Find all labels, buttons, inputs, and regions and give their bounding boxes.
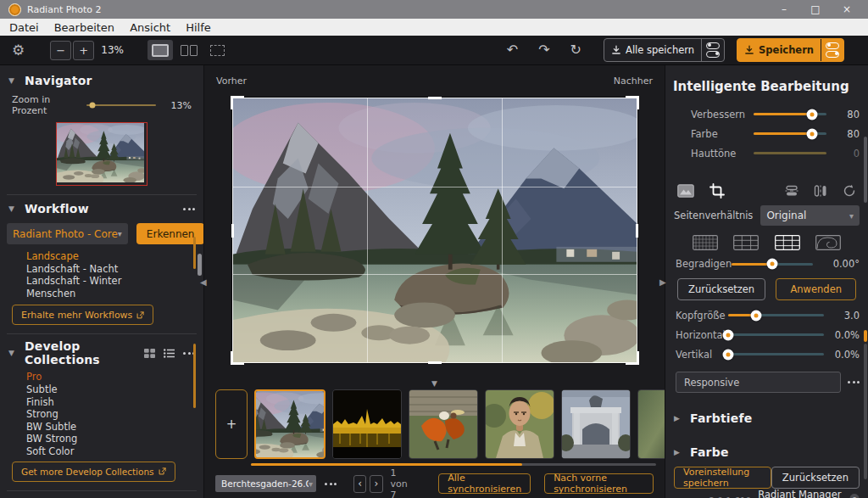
settings-gear-icon[interactable]: ⚙: [12, 43, 25, 58]
horizontal-slider[interactable]: [728, 333, 824, 336]
save-all-toggle-badge[interactable]: [701, 39, 724, 61]
workflow-item-landschaft-winter[interactable]: Landschaft - Winter: [26, 275, 203, 288]
responsive-more-options-button[interactable]: [848, 381, 860, 383]
crop-handle-bottom-left[interactable]: [231, 351, 244, 365]
develop-collections-header[interactable]: ▼ Develop Collections: [8, 339, 195, 367]
horizontal-slider-handle[interactable]: [723, 329, 734, 340]
collapse-triangle-icon[interactable]: ▼: [8, 76, 17, 85]
verbessern-slider[interactable]: [754, 113, 826, 115]
filmstrip-thumb-arch[interactable]: [561, 389, 631, 459]
filmstrip-thumb-partial[interactable]: [637, 389, 665, 459]
crop-handle-left[interactable]: [231, 224, 234, 238]
farbe-slider-handle[interactable]: [806, 128, 817, 139]
crop-handle-top-left[interactable]: [231, 96, 244, 109]
collapse-right-panel-arrow[interactable]: ▶: [659, 277, 666, 287]
develop-item-subtle[interactable]: Subtle: [26, 383, 203, 396]
expand-triangle-icon[interactable]: ▶: [674, 448, 682, 456]
crop-handle-right[interactable]: [636, 224, 638, 238]
expand-triangle-icon[interactable]: ▶: [674, 414, 682, 422]
save-button[interactable]: Speichern: [737, 38, 844, 62]
navigator-thumbnail[interactable]: [56, 122, 147, 186]
rotate-button[interactable]: [843, 184, 856, 198]
view-split-button[interactable]: [176, 40, 202, 60]
grid-fine-button[interactable]: [693, 235, 718, 250]
reset-button[interactable]: ↻: [570, 43, 581, 57]
add-photo-button[interactable]: +: [215, 389, 248, 459]
next-photo-button[interactable]: ›: [370, 475, 382, 493]
farbe-header[interactable]: ▶ Farbe: [674, 445, 860, 459]
responsive-dropdown[interactable]: Responsive: [676, 372, 841, 393]
file-more-options-button[interactable]: [325, 483, 337, 485]
filename-dropdown[interactable]: Berchtesgaden-26.CR2 ▾: [215, 475, 316, 492]
develop-item-bw-subtle[interactable]: BW Subtle: [26, 421, 203, 434]
filmstrip-thumb-portrait[interactable]: [485, 389, 554, 459]
aspect-ratio-dropdown[interactable]: Original ▾: [760, 205, 860, 226]
collapse-triangle-icon[interactable]: ▼: [8, 349, 17, 357]
collapse-sidebar-arrow[interactable]: ◀: [200, 277, 207, 287]
crop-handle-top[interactable]: [428, 97, 442, 99]
right-panel-scrollbar-thumb[interactable]: [864, 344, 867, 479]
sync-all-button[interactable]: Alle synchronisieren: [438, 473, 531, 494]
help-button[interactable]: ?: [849, 494, 860, 498]
view-crop-button[interactable]: [205, 40, 231, 60]
maximize-button[interactable]: □: [803, 3, 828, 15]
navigator-zoom-slider[interactable]: [86, 104, 156, 107]
get-more-develop-collections-button[interactable]: Get more Develop Collections: [12, 462, 175, 482]
crop-grid-overlay[interactable]: [232, 98, 637, 363]
menu-hilfe[interactable]: Hilfe: [178, 21, 219, 34]
minimize-button[interactable]: –: [771, 3, 797, 15]
save-all-button[interactable]: Alle speichern: [604, 38, 725, 62]
straighten-slider[interactable]: [732, 263, 813, 266]
zoom-in-button[interactable]: +: [73, 41, 94, 60]
redo-button[interactable]: ↷: [538, 43, 549, 57]
crop-handle-bottom[interactable]: [428, 361, 442, 364]
collapse-triangle-icon[interactable]: ▼: [8, 204, 17, 213]
tab-develop-photo[interactable]: [677, 184, 694, 198]
get-more-workflows-button[interactable]: Erhalte mehr Workflows: [12, 305, 153, 325]
workflow-header[interactable]: ▼ Workflow: [8, 202, 195, 215]
filmstrip-scrollbar-track[interactable]: [251, 463, 656, 466]
workflow-more-options-button[interactable]: [183, 208, 195, 210]
develop-item-strong[interactable]: Strong: [26, 408, 203, 421]
grid-thirds-button[interactable]: [733, 235, 759, 250]
develop-list-scrollbar[interactable]: [193, 344, 196, 408]
navigator-zoom-handle[interactable]: [89, 103, 95, 109]
crop-apply-button[interactable]: Anwenden: [776, 278, 856, 300]
workflow-item-landschaft-nacht[interactable]: Landschaft - Nacht: [26, 263, 203, 276]
sync-forward-button[interactable]: Nach vorne synchronisieren: [544, 473, 654, 494]
crop-handle-bottom-right[interactable]: [626, 351, 639, 365]
hauttoene-slider[interactable]: [754, 152, 826, 154]
view-single-button[interactable]: [147, 40, 173, 60]
crop-handle-top-right[interactable]: [626, 96, 639, 109]
vertikal-slider[interactable]: [728, 353, 824, 355]
develop-item-finish[interactable]: Finish: [26, 396, 203, 409]
filmstrip-thumb-parliament[interactable]: [332, 389, 402, 459]
grid-thirds-bold-button[interactable]: [775, 235, 800, 250]
crop-reset-button[interactable]: Zurücksetzen: [677, 278, 765, 300]
grid-view-icon[interactable]: [144, 349, 155, 358]
tab-crop[interactable]: [709, 183, 725, 199]
save-preset-button[interactable]: Voreinstellung speichern: [674, 467, 771, 489]
flip-horizontal-button[interactable]: [814, 185, 827, 197]
develop-item-bw-strong[interactable]: BW Strong: [26, 433, 203, 445]
save-toggle-badge[interactable]: [821, 39, 843, 61]
vertikal-slider-handle[interactable]: [723, 349, 734, 360]
kopfgroesse-slider-handle[interactable]: [750, 310, 761, 321]
filmstrip-thumb-landscape[interactable]: [254, 389, 326, 459]
verbessern-slider-handle[interactable]: [806, 109, 817, 120]
menu-datei[interactable]: Datei: [2, 21, 47, 34]
sidebar-scrollbar[interactable]: [198, 254, 202, 276]
farbtiefe-header[interactable]: ▶ Farbtiefe: [674, 411, 860, 425]
titlebar[interactable]: Radiant Photo 2 – □ ×: [0, 0, 868, 19]
filmstrip-thumb-dancers[interactable]: [409, 389, 478, 459]
list-view-icon[interactable]: [164, 349, 175, 358]
right-panel-scrollbar[interactable]: [864, 137, 867, 203]
straighten-slider-handle[interactable]: [767, 259, 778, 270]
panel-reset-button[interactable]: Zurücksetzen: [771, 467, 860, 489]
zoom-out-button[interactable]: −: [50, 41, 71, 60]
close-button[interactable]: ×: [834, 3, 860, 15]
grid-golden-spiral-button[interactable]: [815, 235, 841, 250]
menu-ansicht[interactable]: Ansicht: [122, 21, 178, 34]
develop-item-soft-color[interactable]: Soft Color: [26, 445, 203, 458]
workflow-preset-dropdown[interactable]: Radiant Photo - Core ▾: [7, 223, 128, 244]
